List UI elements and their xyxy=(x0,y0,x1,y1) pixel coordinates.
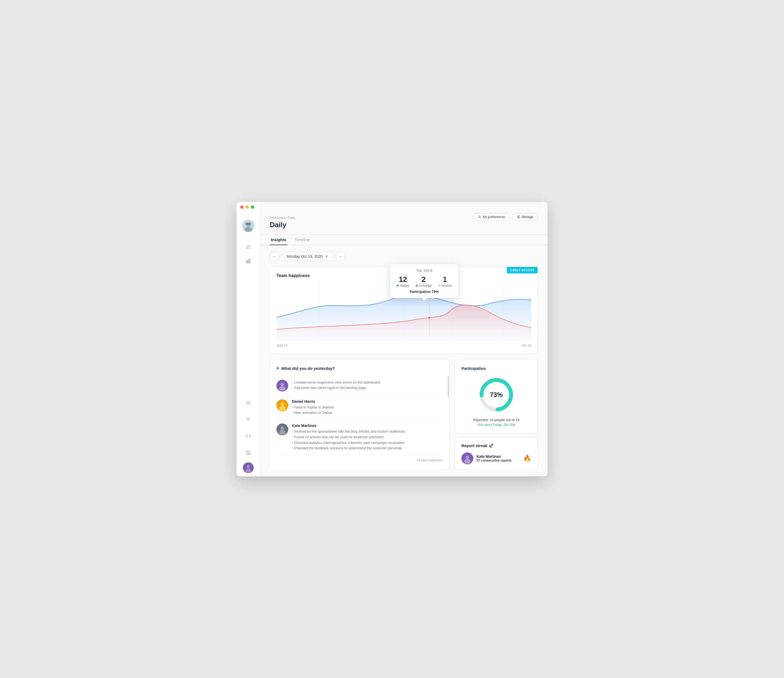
sidebar-item-hamburger2[interactable] xyxy=(243,398,253,408)
streak-item: Kate Martinez 57 consecutive reports 🔥 xyxy=(462,452,531,464)
questions-title: What did you do yesterday? xyxy=(277,366,443,371)
tabs: Insights Timeline xyxy=(260,235,548,245)
list-item: - Located some responsive view errors on… xyxy=(277,376,443,396)
chart-x-labels: Sept 15 Oct 15 xyxy=(277,344,531,347)
streak-avatar xyxy=(462,452,473,464)
tooltip-participation: Participation 79% xyxy=(397,290,451,294)
svg-point-25 xyxy=(479,216,480,217)
streak-name: Kate Martinez xyxy=(476,454,520,458)
date-navigation: ← Monday Oct 19, 2020 ▼ → xyxy=(270,252,538,261)
scrollbar[interactable] xyxy=(448,360,449,470)
sidebar-item-cancel[interactable] xyxy=(243,448,253,458)
early-access-badge: EARLY ACCESS xyxy=(507,267,538,273)
preferences-button[interactable]: My preferences xyxy=(473,213,510,221)
bottom-section: What did you do yesterday? - Located som… xyxy=(270,359,538,470)
next-date-button[interactable]: → xyxy=(336,252,345,261)
list-item: Daniel Harris - Fixes in Topbar & Sideba… xyxy=(277,396,443,420)
manage-button[interactable]: Manage xyxy=(512,213,538,221)
svg-point-45 xyxy=(465,455,469,459)
tab-timeline[interactable]: Timeline xyxy=(294,235,311,245)
team-happiness-card: Team happiness EARLY ACCESS Tue, Oct 6 1… xyxy=(270,267,538,354)
donut-chart: 73% xyxy=(478,376,515,413)
response-content: - Located some responsive view errors on… xyxy=(292,380,380,391)
minimize-dot[interactable] xyxy=(246,206,249,209)
avatar xyxy=(277,424,288,435)
sidebar-item-chart[interactable] xyxy=(243,256,253,266)
tab-insights[interactable]: Insights xyxy=(270,235,288,245)
close-dot[interactable] xyxy=(240,206,243,209)
date-picker[interactable]: Monday Oct 19, 2020 ▼ xyxy=(282,252,333,261)
tooltip-happy: 12 Happy xyxy=(397,275,409,287)
streak-info: Kate Martinez 57 consecutive reports xyxy=(476,454,520,462)
right-column: Participation 73% Reported: 14 people ou… xyxy=(455,359,538,470)
sidebar-logo-avatar xyxy=(242,220,254,232)
tooltip-date: Tue, Oct 6 xyxy=(397,268,451,273)
streak-card: Report streak 🚀 Kate Martinez xyxy=(455,438,538,470)
participation-card: Participation 73% Reported: 14 people ou… xyxy=(455,359,538,433)
svg-point-24 xyxy=(245,469,251,473)
header-actions: My preferences Manage xyxy=(473,213,538,221)
chart-tooltip: Tue, Oct 6 12 Happy 2 xyxy=(390,264,458,298)
svg-point-46 xyxy=(464,459,471,464)
response-content: Daniel Harris - Fixes in Topbar & Sideba… xyxy=(292,399,334,416)
response-name: Kate Martinez xyxy=(292,424,405,428)
response-text: - Worked on the spreadsheet with the blo… xyxy=(292,429,405,451)
questions-card: What did you do yesterday? - Located som… xyxy=(270,359,450,470)
prev-date-button[interactable]: ← xyxy=(270,252,279,261)
sidebar-item-code[interactable] xyxy=(243,431,253,441)
svg-point-23 xyxy=(247,465,250,468)
donut-label: 73% xyxy=(490,391,503,399)
response-text: - Fixes in Topbar & Sidebar- New animati… xyxy=(292,405,334,416)
participation-change: +5% since Friday, Oct 16th xyxy=(462,423,531,427)
total-responses: 14 total responses xyxy=(277,458,443,462)
svg-point-38 xyxy=(279,406,286,411)
svg-point-40 xyxy=(280,426,284,430)
svg-point-35 xyxy=(279,386,286,391)
response-name: Daniel Harris xyxy=(292,399,334,404)
svg-rect-11 xyxy=(246,261,247,263)
user-avatar-bottom[interactable] xyxy=(243,462,254,473)
streak-count: 57 consecutive reports xyxy=(476,458,520,462)
svg-rect-12 xyxy=(248,260,249,263)
streak-title: Report streak 🚀 xyxy=(462,443,531,448)
response-content: Kate Martinez - Worked on the spreadshee… xyxy=(292,424,405,451)
svg-line-21 xyxy=(246,451,250,454)
list-item: Kate Martinez - Worked on the spreadshee… xyxy=(277,420,443,455)
svg-point-2 xyxy=(244,227,252,232)
sidebar-item-filter[interactable] xyxy=(243,415,253,424)
tooltip-unhappy: 2 Unhappy xyxy=(415,275,432,287)
page-title: Daily xyxy=(270,221,538,229)
tooltip-neutral: 1 Neutral xyxy=(438,275,452,287)
svg-rect-13 xyxy=(249,259,250,263)
participation-title: Participation xyxy=(462,366,531,371)
avatar xyxy=(277,399,288,411)
streak-fire-icon: 🔥 xyxy=(523,455,531,462)
sidebar-item-menu[interactable] xyxy=(243,242,253,252)
participation-reported: Reported: 14 people out of 19 xyxy=(462,418,531,422)
response-text: - Located some responsive view errors on… xyxy=(292,380,380,391)
svg-point-41 xyxy=(279,430,286,435)
svg-point-26 xyxy=(518,217,519,217)
avatar xyxy=(277,380,288,391)
svg-point-34 xyxy=(280,383,284,386)
svg-point-37 xyxy=(280,402,284,406)
tooltip-stats: 12 Happy 2 Unhappy xyxy=(397,275,451,287)
maximize-dot[interactable] xyxy=(251,206,254,209)
